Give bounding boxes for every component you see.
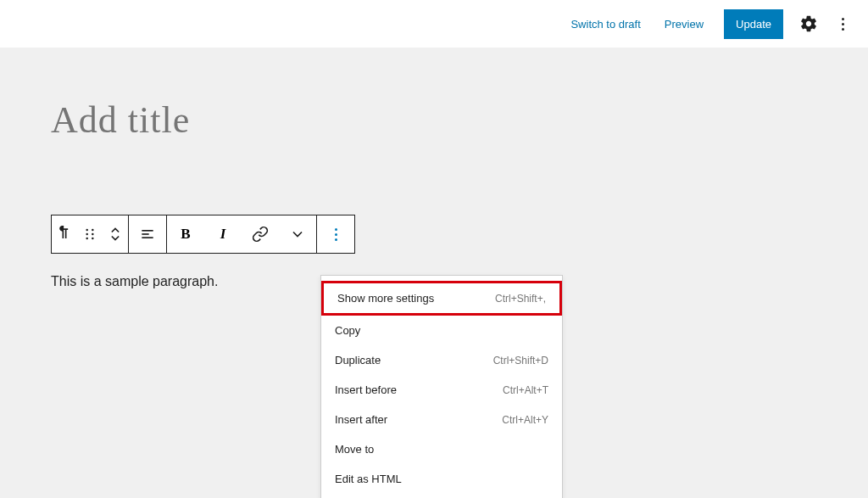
menu-item-label: Move to — [335, 443, 374, 456]
menu-item-shortcut: Ctrl+Alt+Y — [502, 414, 548, 426]
menu-item-insert-after[interactable]: Insert after Ctrl+Alt+Y — [321, 405, 562, 434]
svg-point-1 — [86, 233, 88, 236]
menu-item-duplicate[interactable]: Duplicate Ctrl+Shift+D — [321, 345, 562, 375]
editor-top-bar: Switch to draft Preview Update — [0, 0, 868, 48]
menu-item-label: Insert before — [335, 383, 397, 396]
settings-button[interactable] — [793, 8, 824, 39]
kebab-icon — [842, 18, 844, 31]
menu-item-label: Show more settings — [337, 292, 434, 305]
block-toolbar: B I — [51, 215, 355, 254]
svg-rect-6 — [142, 230, 153, 232]
more-text-button[interactable] — [279, 215, 316, 253]
menu-item-show-more-settings[interactable]: Show more settings Ctrl+Shift+, — [321, 281, 562, 316]
menu-item-copy[interactable]: Copy — [321, 316, 562, 345]
move-arrows-button[interactable] — [103, 215, 128, 253]
chevron-down-icon — [289, 226, 306, 243]
drag-icon — [81, 226, 98, 243]
svg-point-4 — [92, 233, 94, 236]
svg-point-0 — [86, 229, 88, 232]
paragraph-block-button[interactable] — [52, 215, 77, 253]
bold-button[interactable]: B — [167, 215, 204, 253]
menu-item-label: Edit as HTML — [335, 473, 402, 485]
kebab-icon — [335, 228, 337, 241]
menu-item-edit-html[interactable]: Edit as HTML — [321, 464, 562, 494]
drag-handle-button[interactable] — [77, 215, 103, 253]
paragraph-icon — [56, 226, 73, 243]
block-options-menu: Show more settings Ctrl+Shift+, Copy Dup… — [320, 275, 563, 498]
menu-item-label: Duplicate — [335, 354, 381, 367]
svg-point-3 — [92, 229, 94, 232]
svg-point-5 — [92, 238, 94, 240]
menu-item-label: Copy — [335, 324, 360, 337]
menu-item-label: Insert after — [335, 413, 387, 426]
more-options-button[interactable] — [827, 8, 858, 39]
menu-item-shortcut: Ctrl+Alt+T — [503, 384, 548, 396]
link-icon — [252, 226, 269, 243]
menu-item-insert-before[interactable]: Insert before Ctrl+Alt+T — [321, 375, 562, 405]
svg-rect-7 — [142, 233, 148, 235]
switch-to-draft-link[interactable]: Switch to draft — [560, 11, 650, 37]
gear-icon — [799, 14, 818, 33]
preview-link[interactable]: Preview — [654, 11, 714, 37]
align-left-icon — [139, 226, 156, 243]
align-button[interactable] — [129, 215, 166, 253]
block-options-button[interactable] — [317, 215, 354, 253]
svg-point-2 — [86, 238, 88, 240]
italic-button[interactable]: I — [204, 215, 242, 253]
menu-item-shortcut: Ctrl+Shift+D — [493, 355, 548, 367]
move-updown-icon — [107, 226, 124, 243]
menu-item-shortcut: Ctrl+Shift+, — [495, 293, 546, 305]
link-button[interactable] — [242, 215, 279, 253]
svg-rect-8 — [142, 237, 153, 238]
post-title-input[interactable] — [51, 98, 661, 142]
update-button[interactable]: Update — [724, 9, 783, 39]
menu-item-move-to[interactable]: Move to — [321, 434, 562, 464]
